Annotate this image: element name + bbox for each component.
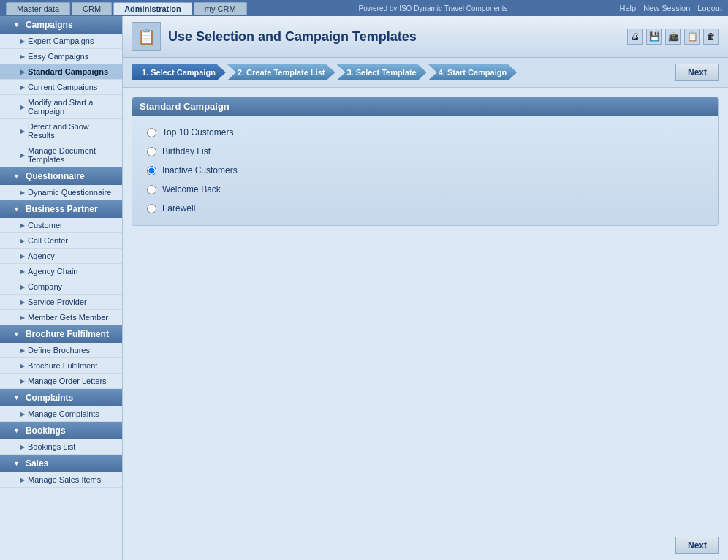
sidebar-item-manage-complaints[interactable]: Manage Complaints	[0, 406, 122, 422]
sidebar-section-bookings[interactable]: Bookings	[0, 422, 122, 439]
page-title: Use Selection and Campaign Templates	[168, 29, 417, 45]
campaign-section: Standard Campaign Top 10 Customers Birth…	[132, 97, 719, 226]
wizard-step-1[interactable]: 1. Select Campaign	[132, 64, 226, 80]
sidebar-item-service-provider[interactable]: Service Provider	[0, 295, 122, 310]
next-button-bottom[interactable]: Next	[675, 537, 719, 554]
tab-administration[interactable]: Administration	[113, 2, 192, 15]
sidebar-section-sales[interactable]: Sales	[0, 455, 122, 472]
sidebar-section-questionnaire[interactable]: Questionnaire	[0, 167, 122, 185]
tab-master-data[interactable]: Master data	[6, 2, 70, 15]
page-header-actions: 🖨 💾 📠 📋 🗑	[627, 29, 719, 45]
sidebar-item-call-center[interactable]: Call Center	[0, 233, 122, 249]
sidebar-item-dynamic-questionnaire[interactable]: Dynamic Questionnaire	[0, 185, 122, 200]
save-button[interactable]: 💾	[646, 29, 662, 45]
sidebar-section-business-partner[interactable]: Business Partner	[0, 200, 122, 218]
campaign-option-welcomeback: Welcome Back	[140, 180, 711, 199]
sidebar-item-expert-campaigns[interactable]: Expert Campaigns	[0, 34, 122, 49]
sidebar-item-manage-order-letters[interactable]: Manage Order Letters	[0, 374, 122, 389]
sidebar-item-customer[interactable]: Customer	[0, 218, 122, 233]
sidebar-item-company[interactable]: Company	[0, 279, 122, 295]
label-welcomeback[interactable]: Welcome Back	[162, 184, 221, 194]
logout-link[interactable]: Logout	[697, 4, 722, 12]
sidebar-item-agency-chain[interactable]: Agency Chain	[0, 264, 122, 279]
help-link[interactable]: Help	[620, 4, 637, 12]
sidebar-item-detect-results[interactable]: Detect and Show Results	[0, 119, 122, 143]
tab-my-crm[interactable]: my CRM	[194, 2, 247, 15]
sidebar-item-bookings-list[interactable]: Bookings List	[0, 439, 122, 455]
sidebar-item-brochure-fulfilment[interactable]: Brochure Fulfilment	[0, 358, 122, 374]
radio-inactive[interactable]	[147, 166, 156, 175]
sidebar-item-manage-document-templates[interactable]: Manage Document Templates	[0, 143, 122, 167]
sidebar: Campaigns Expert Campaigns Easy Campaign…	[0, 16, 123, 560]
label-top10[interactable]: Top 10 Customers	[162, 127, 233, 137]
radio-birthday[interactable]	[147, 147, 156, 156]
label-birthday[interactable]: Birthday List	[162, 146, 211, 156]
sidebar-item-define-brochures[interactable]: Define Brochures	[0, 343, 122, 358]
main-layout: Campaigns Expert Campaigns Easy Campaign…	[0, 16, 728, 560]
campaign-option-inactive: Inactive Customers	[140, 161, 711, 180]
radio-farewell[interactable]	[147, 204, 156, 213]
page-header-left: 📋 Use Selection and Campaign Templates	[132, 22, 417, 51]
radio-top10[interactable]	[147, 128, 156, 137]
campaign-section-title: Standard Campaign	[132, 97, 718, 116]
copy-button[interactable]: 📋	[684, 29, 700, 45]
page-header: 📋 Use Selection and Campaign Templates 🖨…	[123, 16, 728, 58]
campaign-option-birthday: Birthday List	[140, 142, 711, 161]
campaign-option-top10: Top 10 Customers	[140, 123, 711, 142]
sidebar-item-current-campaigns[interactable]: Current Campaigns	[0, 80, 122, 95]
sidebar-item-manage-sales[interactable]: Manage Sales Items	[0, 472, 122, 488]
bottom-actions: Next	[123, 531, 728, 560]
sidebar-section-complaints[interactable]: Complaints	[0, 389, 122, 406]
sidebar-section-campaigns[interactable]: Campaigns	[0, 16, 122, 34]
powered-by-text: Powered by ISO Dynamic Travel Components	[359, 4, 508, 12]
sidebar-item-standard-campaigns[interactable]: Standard Campaigns	[0, 64, 122, 80]
radio-welcomeback[interactable]	[147, 185, 156, 194]
top-actions: Help New Session Logout	[620, 4, 722, 12]
wizard-step-4[interactable]: 4. Start Campaign	[428, 64, 517, 80]
new-session-link[interactable]: New Session	[643, 4, 690, 12]
content-body: Standard Campaign Top 10 Customers Birth…	[123, 88, 728, 531]
sidebar-item-easy-campaigns[interactable]: Easy Campaigns	[0, 49, 122, 64]
wizard-step-3[interactable]: 3. Select Template	[337, 64, 427, 80]
wizard-step-2[interactable]: 2. Create Template List	[227, 64, 335, 80]
tab-crm[interactable]: CRM	[72, 2, 112, 15]
page-icon: 📋	[132, 22, 161, 51]
wizard-steps: 1. Select Campaign 2. Create Template Li…	[123, 58, 728, 88]
print-button[interactable]: 🖨	[627, 29, 643, 45]
label-inactive[interactable]: Inactive Customers	[162, 165, 238, 175]
campaign-icon: 📋	[137, 28, 156, 45]
fax-button[interactable]: 📠	[665, 29, 681, 45]
top-bar: Master data CRM Administration my CRM Po…	[0, 0, 728, 16]
content-area: 📋 Use Selection and Campaign Templates 🖨…	[123, 16, 728, 560]
campaign-option-farewell: Farewell	[140, 199, 711, 218]
sidebar-section-brochure[interactable]: Brochure Fulfilment	[0, 325, 122, 343]
sidebar-item-modify-campaign[interactable]: Modify and Start a Campaign	[0, 95, 122, 119]
next-button-top[interactable]: Next	[675, 64, 719, 81]
label-farewell[interactable]: Farewell	[162, 203, 195, 213]
sidebar-item-agency[interactable]: Agency	[0, 249, 122, 264]
delete-button[interactable]: 🗑	[703, 29, 719, 45]
sidebar-item-member-gets-member[interactable]: Member Gets Member	[0, 310, 122, 325]
top-bar-tabs: Master data CRM Administration my CRM	[6, 2, 247, 15]
